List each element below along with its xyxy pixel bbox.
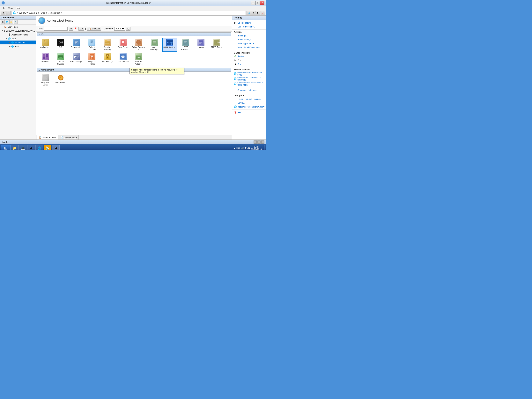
feature-icon-authentication[interactable]: Authentic... — [38, 38, 53, 52]
taskbar-btn-explorer2[interactable]: 🗂 — [27, 145, 35, 150]
feature-icon-modules[interactable]: Modules — [38, 52, 53, 66]
icon-modules — [42, 53, 49, 60]
feature-icon-cgi[interactable]: CGI CGI — [53, 38, 68, 52]
go-button[interactable]: Go — [78, 27, 84, 31]
start-button[interactable]: ⊞ — [1, 145, 11, 150]
conn-tb-btn-3[interactable]: 📁 — [9, 20, 13, 24]
refresh-button[interactable]: 🌐 — [247, 11, 251, 15]
tooltip-text: Specify rules for redirecting incoming r… — [131, 69, 177, 73]
feature-icon-web-platform[interactable]: Web Platfor... — [53, 73, 68, 87]
feature-icon-config-editor[interactable]: Configurat... Editor — [38, 73, 53, 87]
feature-icon-failed-request-tracing[interactable]: ! Failed Request Tra... — [131, 38, 146, 52]
action-limits[interactable]: Limits... — [232, 101, 266, 105]
filter-input[interactable] — [44, 27, 68, 31]
action-open-feature[interactable]: ▶ Open Feature — [232, 21, 266, 25]
action-restart[interactable]: ↺ Restart — [232, 54, 266, 58]
action-view-virtual-dirs[interactable]: View Virtual Directories — [232, 45, 266, 49]
minimize-button[interactable]: — — [251, 1, 255, 5]
svg-rect-42 — [45, 57, 48, 59]
address-path[interactable]: 🌐 ▶ WINDOWS2012R2 ▶ Sites ▶ contoso.test… — [11, 11, 246, 15]
icon-label-url-rewrite: URL Rewrite — [118, 61, 128, 63]
feature-icon-mime-types[interactable]: .htm MIME Types — [209, 38, 224, 52]
icon-label-request-filtering: Request Filtering — [85, 61, 99, 65]
groupby-select[interactable]: Area — [114, 27, 125, 31]
nav-fwd2[interactable]: ▶ — [256, 11, 260, 15]
feature-icon-ssl-settings[interactable]: SSL Settings — [100, 52, 115, 66]
svg-rect-58 — [44, 77, 46, 77]
tree-item-apppools[interactable]: 🗄 Application Pools — [0, 33, 36, 37]
menu-view[interactable]: View — [8, 7, 13, 9]
conn-tb-btn-2[interactable]: 🌐 — [5, 20, 9, 24]
show-all-button[interactable]: 📋 Show All — [87, 27, 101, 31]
feature-icon-http-redirect[interactable]: HTTP HTTP Redirect — [162, 38, 177, 52]
basic-settings-label: Basic Settings... — [238, 38, 253, 41]
action-help[interactable]: ❓ Help — [232, 110, 266, 114]
action-view-applications[interactable]: View Applications — [232, 41, 266, 45]
view-vdirs-icon — [234, 46, 237, 49]
tree-item-test1[interactable]: ▶ 🌐 test1 — [0, 45, 36, 48]
feature-icon-error-pages[interactable]: ✕ Error Pages — [115, 38, 131, 52]
action-advanced-settings[interactable]: Advanced Settings... — [232, 88, 266, 92]
path-part-site[interactable]: contoso.test — [49, 12, 60, 14]
conn-tb-btn-4[interactable]: 🔧 — [14, 20, 18, 24]
taskbar-btn-chrome[interactable]: 🌐 — [35, 145, 43, 150]
action-failed-request-tracing[interactable]: Failed Request Tracing... — [232, 97, 266, 101]
menu-bar: File View Help — [0, 6, 266, 10]
tab-features-view[interactable]: 📋 Features View — [37, 135, 58, 140]
taskbar-system-area: ▲ ⌨ 🔊 ENG 09:27 12/10/2016 — [234, 145, 265, 150]
feature-icon-php-manager[interactable]: PHP PHP Manager — [69, 52, 84, 66]
feature-icon-default-document[interactable]: Default Document — [84, 38, 100, 52]
action-browse-dev-80[interactable]: 🌐 Browse dev.contoso.test on *:80 (http) — [232, 76, 266, 81]
taskbar-chrome-icon: 🌐 — [37, 146, 41, 150]
view-toggle-btn[interactable]: ⊞ — [126, 27, 130, 31]
icon-cgi: CGI — [57, 39, 64, 46]
action-browse-secure-443[interactable]: 🌐 Browse secure.contoso.test on *:443 (h… — [232, 81, 266, 86]
system-clock[interactable]: 09:27 12/10/2016 — [251, 146, 262, 150]
feature-icon-webdav[interactable]: DAV WebDAV Authori... — [131, 52, 146, 66]
path-part-server[interactable]: WINDOWS2012R2 — [19, 12, 37, 14]
feature-icon-compression[interactable]: Compression — [69, 38, 84, 52]
feature-icon-logging[interactable]: Logging — [193, 38, 209, 52]
tree-label-sites: Sites — [12, 37, 16, 40]
taskbar-btn-filezilla[interactable]: 📡 — [44, 145, 51, 150]
action-basic-settings[interactable]: Basic Settings... — [232, 38, 266, 41]
tree-item-sites[interactable]: ▼ 🌐 Sites — [0, 37, 36, 40]
action-stop[interactable]: ■ Stop — [232, 62, 266, 66]
menu-file[interactable]: File — [1, 7, 5, 9]
back-button[interactable]: ◀ — [1, 11, 6, 15]
feature-icon-http-response[interactable]: HTTP Respon... — [178, 38, 193, 52]
action-start[interactable]: ▶ Start — [232, 58, 266, 62]
taskbar-btn-file-explorer[interactable]: 📁 — [11, 145, 19, 150]
icon-directory-browsing — [104, 39, 111, 46]
section-header-iis[interactable]: ▲ IIS — [37, 32, 231, 36]
help-button[interactable]: ❓ — [260, 11, 265, 15]
taskbar-btn-powershell[interactable]: 💻 — [19, 145, 27, 150]
tab-content-view[interactable]: 📄 Content View — [58, 135, 79, 140]
tree-item-server[interactable]: ▼ 🖥 WINDOWS2012R2 (WINDOWS... — [0, 29, 36, 33]
nav-back2[interactable]: ◀ — [251, 11, 255, 15]
feature-icon-request-filtering[interactable]: Request Filtering — [84, 52, 100, 66]
filter-dropdown-btn[interactable]: ▼ — [69, 27, 74, 31]
action-install-from-gallery[interactable]: 🌐 Install Application From Gallery — [232, 105, 266, 109]
action-browse-80[interactable]: 🌐 Browse contoso.test on *:80 (http) — [232, 71, 266, 76]
path-part-sites[interactable]: Sites — [40, 12, 45, 14]
svg-rect-41 — [43, 57, 45, 59]
taskbar-iis-icon: 🖥 — [54, 146, 57, 150]
taskbar-btn-iis[interactable]: 🖥 — [52, 145, 60, 150]
tree-item-startpage[interactable]: 🏠 Start Page — [0, 25, 36, 29]
feature-icon-directory-browsing[interactable]: Directory Browsing — [100, 38, 115, 52]
show-desktop-btn[interactable] — [264, 145, 265, 150]
feature-icon-handler-mappings[interactable]: Handler Mappings — [147, 38, 162, 52]
maximize-button[interactable]: □ — [255, 1, 260, 5]
conn-tb-btn-1[interactable]: 🖥 — [1, 20, 5, 24]
action-edit-permissions[interactable]: Edit Permissions... — [232, 25, 266, 29]
svg-rect-30 — [184, 41, 187, 41]
feature-icon-url-rewrite[interactable]: URL Rewrite — [115, 52, 131, 66]
menu-help[interactable]: Help — [16, 7, 20, 9]
action-bindings[interactable]: Bindings... — [232, 34, 266, 38]
forward-button[interactable]: ▶ — [6, 11, 11, 15]
svg-rect-39 — [43, 54, 45, 57]
tree-item-contoso[interactable]: ▶ 🌐 contoso.test — [0, 40, 36, 45]
feature-icon-output-caching[interactable]: Output Caching — [53, 52, 68, 66]
close-button[interactable]: ✕ — [260, 1, 265, 5]
